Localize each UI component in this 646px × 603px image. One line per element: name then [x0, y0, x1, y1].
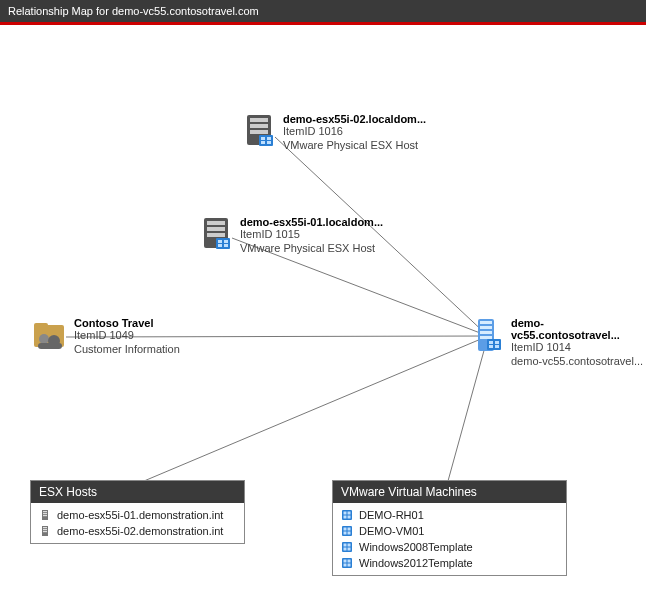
- node-vcenter[interactable]: demo-vc55.contosotravel... ItemID 1014 d…: [469, 317, 646, 369]
- node-esx-host-02[interactable]: demo-esx55i-02.localdom... ItemID 1016 V…: [241, 113, 426, 153]
- list-item[interactable]: DEMO-VM01: [333, 523, 566, 539]
- svg-rect-12: [261, 141, 265, 144]
- panel-virtual-machines[interactable]: VMware Virtual Machines DEMO-RH01 DEMO-V…: [332, 480, 567, 576]
- svg-rect-19: [218, 240, 222, 243]
- list-item-label: DEMO-RH01: [359, 509, 424, 521]
- svg-rect-35: [495, 341, 499, 344]
- svg-rect-6: [250, 118, 268, 122]
- node-type: Customer Information: [74, 343, 180, 357]
- svg-rect-32: [480, 336, 492, 339]
- list-item[interactable]: demo-esx55i-02.demonstration.int: [31, 523, 244, 539]
- node-title: demo-esx55i-01.localdom...: [240, 216, 383, 228]
- svg-rect-34: [489, 341, 493, 344]
- node-item-id: ItemID 1014: [511, 341, 646, 355]
- svg-rect-20: [224, 240, 228, 243]
- svg-rect-36: [489, 345, 493, 348]
- customer-icon: [32, 317, 68, 353]
- svg-rect-44: [43, 529, 47, 530]
- svg-rect-47: [344, 512, 347, 515]
- svg-rect-55: [348, 532, 351, 535]
- svg-rect-31: [480, 331, 492, 334]
- svg-rect-24: [34, 323, 48, 329]
- node-esx-host-01[interactable]: demo-esx55i-01.localdom... ItemID 1015 V…: [198, 216, 383, 256]
- node-title: demo-vc55.contosotravel...: [511, 317, 646, 341]
- svg-rect-53: [348, 528, 351, 531]
- vcenter-server-icon: [469, 317, 505, 353]
- host-mini-icon: [39, 525, 51, 537]
- list-item[interactable]: Windows2008Template: [333, 539, 566, 555]
- vm-mini-icon: [341, 541, 353, 553]
- panel-esx-hosts[interactable]: ESX Hosts demo-esx55i-01.demonstration.i…: [30, 480, 245, 544]
- panel-header: VMware Virtual Machines: [333, 481, 566, 503]
- svg-rect-63: [348, 560, 351, 563]
- list-item-label: Windows2008Template: [359, 541, 473, 553]
- svg-rect-30: [480, 326, 492, 329]
- svg-rect-62: [344, 560, 347, 563]
- svg-rect-41: [43, 515, 47, 516]
- svg-rect-43: [43, 527, 47, 528]
- svg-rect-21: [218, 244, 222, 247]
- diagram-canvas: demo-esx55i-02.localdom... ItemID 1016 V…: [0, 28, 646, 603]
- list-item[interactable]: demo-esx55i-01.demonstration.int: [31, 507, 244, 523]
- svg-rect-52: [344, 528, 347, 531]
- svg-rect-49: [344, 516, 347, 519]
- list-item-label: demo-esx55i-01.demonstration.int: [57, 509, 223, 521]
- svg-rect-39: [43, 511, 47, 512]
- list-item-label: demo-esx55i-02.demonstration.int: [57, 525, 223, 537]
- svg-rect-57: [344, 544, 347, 547]
- node-type: VMware Physical ESX Host: [240, 242, 383, 256]
- svg-rect-11: [267, 137, 271, 140]
- node-item-id: ItemID 1049: [74, 329, 180, 343]
- svg-rect-29: [480, 321, 492, 324]
- svg-line-3: [144, 336, 488, 481]
- node-customer[interactable]: Contoso Travel ItemID 1049 Customer Info…: [32, 317, 180, 357]
- svg-rect-17: [207, 233, 225, 237]
- list-item-label: Windows2012Template: [359, 557, 473, 569]
- page-title: Relationship Map for demo-vc55.contosotr…: [8, 5, 259, 17]
- svg-rect-65: [348, 564, 351, 567]
- svg-rect-13: [267, 141, 271, 144]
- svg-rect-54: [344, 532, 347, 535]
- node-title: demo-esx55i-02.localdom...: [283, 113, 426, 125]
- svg-rect-60: [348, 548, 351, 551]
- svg-rect-7: [250, 124, 268, 128]
- svg-rect-10: [261, 137, 265, 140]
- panel-header: ESX Hosts: [31, 481, 244, 503]
- server-host-icon: [241, 113, 277, 149]
- svg-rect-58: [348, 544, 351, 547]
- node-type: VMware Physical ESX Host: [283, 139, 426, 153]
- node-type: demo-vc55.contosotravel...: [511, 355, 646, 369]
- svg-rect-40: [43, 513, 47, 514]
- svg-rect-59: [344, 548, 347, 551]
- node-item-id: ItemID 1015: [240, 228, 383, 242]
- svg-rect-16: [207, 227, 225, 231]
- svg-rect-27: [38, 343, 62, 349]
- svg-rect-9: [259, 135, 273, 146]
- list-item[interactable]: Windows2012Template: [333, 555, 566, 571]
- svg-rect-45: [43, 531, 47, 532]
- host-mini-icon: [39, 509, 51, 521]
- svg-rect-50: [348, 516, 351, 519]
- svg-rect-37: [495, 345, 499, 348]
- list-item[interactable]: DEMO-RH01: [333, 507, 566, 523]
- server-host-icon: [198, 216, 234, 252]
- title-bar: Relationship Map for demo-vc55.contosotr…: [0, 0, 646, 25]
- svg-rect-33: [487, 339, 501, 350]
- vm-mini-icon: [341, 509, 353, 521]
- vm-mini-icon: [341, 557, 353, 569]
- node-item-id: ItemID 1016: [283, 125, 426, 139]
- svg-rect-64: [344, 564, 347, 567]
- svg-point-25: [39, 334, 49, 344]
- svg-rect-18: [216, 238, 230, 249]
- svg-rect-22: [224, 244, 228, 247]
- list-item-label: DEMO-VM01: [359, 525, 424, 537]
- vm-mini-icon: [341, 525, 353, 537]
- svg-rect-48: [348, 512, 351, 515]
- svg-rect-8: [250, 130, 268, 134]
- node-title: Contoso Travel: [74, 317, 180, 329]
- svg-rect-15: [207, 221, 225, 225]
